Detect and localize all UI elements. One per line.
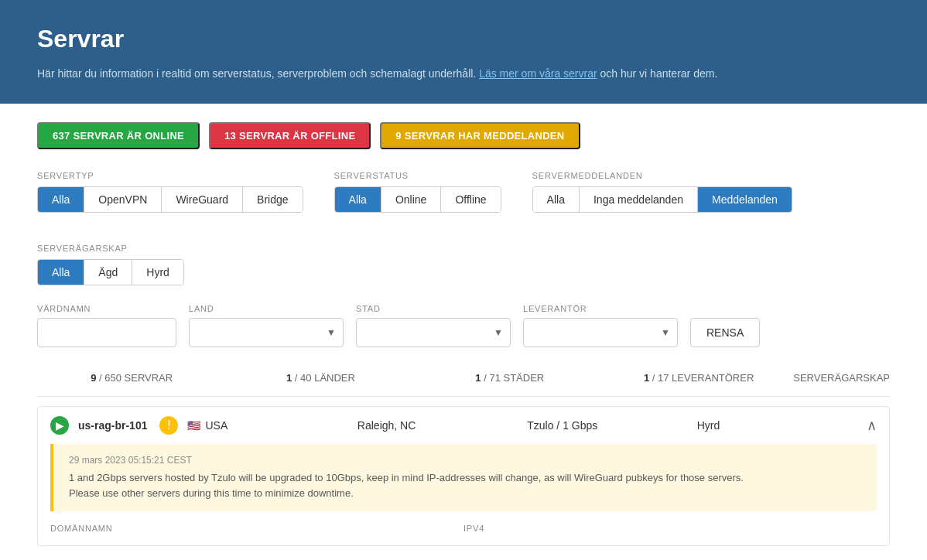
main-content: 637 SERVRAR ÄR ONLINE 13 SERVRAR ÄR OFFL… [0,104,927,560]
provider-label: LEVERANTÖR [523,304,678,313]
server-online-icon: ▶ [50,416,69,435]
providers-stat: 1 / 17 LEVERANTÖRER [604,369,793,387]
server-type-bridge[interactable]: Bridge [243,187,302,212]
server-type-filter: SERVERTYP Alla OpenVPN WireGuard Bridge [37,171,303,213]
server-status-filter: SERVERSTATUS Alla Online Offline [334,171,501,213]
server-alert: 29 mars 2023 05:15:21 CEST 1 and 2Gbps s… [50,444,877,511]
server-type-wireguard[interactable]: WireGuard [162,187,243,212]
server-ownership-label: SERVERÄGARSKAP [37,244,890,253]
ipv4-col: IPV4 [464,524,877,536]
filters-row-1: SERVERTYP Alla OpenVPN WireGuard Bridge … [37,171,890,228]
clear-button[interactable]: RENSA [690,318,760,347]
countries-stat: 1 / 40 LÄNDER [226,369,415,387]
country-name: USA [205,419,227,432]
server-type-all[interactable]: Alla [38,187,84,212]
country-flag: 🇺🇸 [187,419,200,432]
server-expand-icon[interactable]: ∧ [867,417,877,434]
read-more-link[interactable]: Läs mer om våra servrar [479,67,597,80]
server-messages-none[interactable]: Inga meddelanden [580,187,698,212]
country-field: LAND ▼ [189,304,344,347]
server-status-online[interactable]: Online [381,187,441,212]
city-field: STAD ▼ [356,304,511,347]
domain-col: DOMÄNNAMN [50,524,464,536]
server-provider: Tzulo / 1 Gbps [527,419,687,432]
server-messages-group: Alla Inga meddelanden Meddelanden [532,186,792,213]
header-description: Här hittar du information i realtid om s… [37,66,890,82]
country-select[interactable] [189,318,344,347]
hostname-input[interactable] [37,318,176,347]
server-messages-active[interactable]: Meddelanden [698,187,792,212]
server-ownership-filter: SERVERÄGARSKAP Alla Ägd Hyrd [37,244,890,285]
status-badges-row: 637 SERVRAR ÄR ONLINE 13 SERVRAR ÄR OFFL… [37,122,890,149]
search-row: VÄRDNAMN LAND ▼ STAD ▼ LEVERANTÖR [37,304,890,347]
servers-stat: 9 / 650 SERVRAR [37,369,226,387]
server-status-all[interactable]: Alla [335,187,381,212]
domain-label: DOMÄNNAMN [50,524,464,533]
ipv4-label: IPV4 [464,524,877,533]
stats-row: 9 / 650 SERVRAR 1 / 40 LÄNDER 1 / 71 STÄ… [37,369,890,397]
alert-date: 29 mars 2023 05:15:21 CEST [69,455,861,466]
server-row: ▶ us-rag-br-101 ! 🇺🇸 USA Raleigh, NC Tzu… [37,406,890,546]
server-type-openvpn[interactable]: OpenVPN [84,187,162,212]
server-country: 🇺🇸 USA [187,419,347,432]
server-status-group: Alla Online Offline [334,186,501,213]
alert-text: 1 and 2Gbps servers hosted by Tzulo will… [69,470,861,500]
server-messages-filter: SERVERMEDDELANDEN Alla Inga meddelanden … [532,171,792,213]
provider-field: LEVERANTÖR ▼ [523,304,678,347]
country-label: LAND [189,304,344,313]
server-type-group: Alla OpenVPN WireGuard Bridge [37,186,303,213]
messages-badge[interactable]: 9 SERVRAR HAR MEDDELANDEN [380,122,580,149]
page-title: Servrar [37,25,890,53]
offline-badge[interactable]: 13 SERVRAR ÄR OFFLINE [209,122,371,149]
ownership-owned[interactable]: Ägd [84,260,132,285]
provider-select[interactable] [523,318,678,347]
server-messages-label: SERVERMEDDELANDEN [532,171,792,180]
page-header: Servrar Här hittar du information i real… [0,0,927,104]
ownership-rented[interactable]: Hyrd [132,260,183,285]
server-ownership-group: Alla Ägd Hyrd [37,259,184,285]
server-messages-all[interactable]: Alla [533,187,580,212]
hostname-field: VÄRDNAMN [37,304,176,347]
ownership-all[interactable]: Alla [38,260,84,285]
server-city: Raleigh, NC [357,419,518,432]
hostname-label: VÄRDNAMN [37,304,176,313]
server-status-offline[interactable]: Offline [441,187,500,212]
online-badge[interactable]: 637 SERVRAR ÄR ONLINE [37,122,200,149]
city-label: STAD [356,304,511,313]
server-name: us-rag-br-101 [78,419,147,432]
cities-stat: 1 / 71 STÄDER [416,369,604,387]
server-header[interactable]: ▶ us-rag-br-101 ! 🇺🇸 USA Raleigh, NC Tzu… [38,407,889,444]
server-details: DOMÄNNAMN IPV4 [38,524,889,545]
server-status-label: SERVERSTATUS [334,171,501,180]
ownership-stat: SERVERÄGARSKAP [793,369,890,387]
city-select[interactable] [356,318,511,347]
server-ownership: Hyrd [697,419,857,432]
server-message-icon: ! [159,416,178,435]
server-type-label: SERVERTYP [37,171,303,180]
